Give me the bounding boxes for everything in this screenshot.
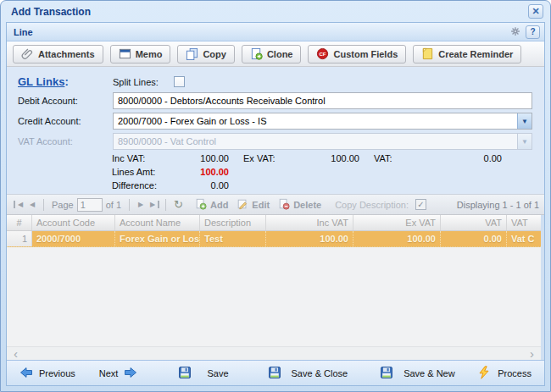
gl-links-colon: : — [64, 75, 68, 88]
save-button[interactable]: Save — [178, 366, 228, 381]
panel-title: Line — [14, 27, 508, 37]
grid-pager-toolbar: ◀ ◀ Page of 1 ▶ ▶ ↻ Add Edit Delete — [7, 194, 544, 215]
copy-icon — [186, 47, 198, 60]
help-button[interactable]: ? — [526, 25, 540, 39]
table-row-selected[interactable]: 1 2000/7000 Forex Gain or Loss Test 100.… — [7, 231, 541, 247]
ex-vat-cell: 100.00 — [353, 231, 441, 246]
edit-label: Edit — [252, 200, 270, 210]
refresh-icon[interactable]: ↻ — [174, 198, 183, 211]
delete-label: Delete — [293, 200, 321, 210]
dialog-close-button[interactable]: ✕ — [528, 4, 543, 19]
scroll-right-icon[interactable]: › — [530, 350, 534, 358]
memo-icon — [119, 47, 131, 60]
create-reminder-button[interactable]: Create Reminder — [413, 45, 521, 63]
save-floppy-icon — [268, 366, 281, 381]
previous-label: Previous — [39, 368, 75, 378]
last-page-button[interactable]: ▶ — [147, 201, 159, 208]
custom-fields-label: Custom Fields — [333, 49, 398, 59]
page-of-label: of 1 — [106, 200, 121, 210]
credit-account-label: Credit Account: — [18, 116, 113, 126]
clone-icon — [250, 47, 263, 60]
attachments-button[interactable]: Attachments — [13, 45, 103, 63]
first-page-button[interactable]: ◀ — [14, 201, 25, 208]
add-transaction-dialog: Add Transaction ✕ Line ? Attachments Mem… — [0, 0, 551, 392]
vat-cell: 0.00 — [441, 231, 507, 246]
chevron-down-icon-disabled: ▼ — [517, 134, 532, 149]
column-header-vat-type[interactable]: VAT — [507, 215, 541, 230]
help-icon: ? — [530, 27, 535, 36]
split-lines-label: Split Lines: — [113, 77, 165, 87]
delete-row-button[interactable]: Delete — [278, 198, 321, 212]
process-button[interactable]: Process — [477, 366, 532, 381]
save-close-label: Save & Close — [292, 368, 348, 378]
reminder-note-icon — [421, 47, 434, 60]
column-header-inc-vat[interactable]: Inc VAT — [266, 215, 353, 230]
chevron-down-icon[interactable]: ▼ — [517, 113, 532, 129]
copy-button[interactable]: Copy — [177, 45, 235, 63]
gl-links-link[interactable]: GL Links — [18, 75, 64, 88]
add-label: Add — [210, 200, 228, 210]
vat-type-cell: Vat C — [507, 231, 541, 246]
paperclip-icon — [21, 47, 34, 60]
copy-description-label: Copy Description: — [335, 200, 409, 210]
next-label: Next — [99, 368, 119, 378]
separator — [165, 199, 166, 211]
copy-label: Copy — [203, 49, 226, 59]
copy-description-checkbox[interactable]: ✓ — [415, 199, 426, 210]
process-label: Process — [498, 368, 532, 378]
column-header-description[interactable]: Description — [200, 215, 266, 230]
column-header-vat[interactable]: VAT — [441, 215, 507, 230]
add-icon — [195, 198, 207, 212]
lines-grid: # Account Code Account Name Description … — [7, 215, 544, 360]
column-header-ex-vat[interactable]: Ex VAT — [353, 215, 441, 230]
inc-vat-label: Inc VAT: — [112, 153, 164, 163]
page-number-input[interactable] — [77, 198, 103, 212]
add-row-button[interactable]: Add — [195, 198, 228, 212]
split-lines-checkbox[interactable] — [174, 76, 185, 87]
custom-fields-icon: CF — [316, 47, 329, 60]
column-header-num[interactable]: # — [7, 215, 32, 230]
check-icon: ✓ — [417, 200, 424, 209]
lightning-bolt-icon — [477, 366, 491, 381]
memo-label: Memo — [136, 49, 163, 59]
credit-account-combo[interactable]: 2000/7000 - Forex Gain or Loss - IS ▼ — [113, 113, 532, 130]
clone-label: Clone — [267, 49, 293, 59]
save-and-new-button[interactable]: Save & New — [380, 366, 455, 381]
next-page-button[interactable]: ▶ — [134, 201, 147, 208]
account-name-cell: Forex Gain or Loss — [115, 231, 200, 246]
save-new-label: Save & New — [404, 368, 455, 378]
top-toolbar: Attachments Memo Copy Clone CF Custom Fi… — [7, 41, 544, 67]
gear-button[interactable] — [508, 25, 522, 39]
column-header-account-name[interactable]: Account Name — [115, 215, 200, 230]
svg-text:CF: CF — [320, 51, 326, 57]
arrow-right-icon — [124, 366, 137, 381]
row-number-cell: 1 — [7, 231, 32, 246]
save-and-close-button[interactable]: Save & Close — [268, 366, 348, 381]
grid-empty-area — [7, 247, 541, 346]
gl-links-wrap: GL Links: — [18, 75, 113, 88]
delete-icon — [278, 198, 290, 212]
edit-row-button[interactable]: Edit — [237, 198, 270, 212]
custom-fields-button[interactable]: CF Custom Fields — [308, 45, 406, 63]
inc-vat-cell: 100.00 — [266, 231, 353, 246]
grid-header-row: # Account Code Account Name Description … — [7, 215, 541, 231]
ex-vat-label: Ex VAT: — [243, 153, 295, 163]
save-floppy-icon — [380, 366, 393, 381]
lines-amt-value: 100.00 — [164, 167, 229, 177]
save-label: Save — [207, 368, 228, 378]
clone-button[interactable]: Clone — [242, 45, 302, 63]
column-header-account-code[interactable]: Account Code — [32, 215, 115, 230]
next-button[interactable]: Next — [99, 366, 138, 381]
prev-page-button[interactable]: ◀ — [25, 201, 39, 208]
vat-value: 0.00 — [413, 153, 502, 163]
debit-account-field[interactable]: 8000/0000 - Debtors/Accounts Receivable … — [113, 92, 532, 109]
scroll-left-icon[interactable]: ‹ — [14, 350, 18, 358]
previous-button[interactable]: Previous — [19, 366, 75, 381]
gear-icon — [510, 25, 520, 40]
create-reminder-label: Create Reminder — [438, 49, 513, 59]
debit-account-label: Debit Account: — [18, 96, 113, 106]
memo-button[interactable]: Memo — [110, 45, 171, 63]
horizontal-scrollbar[interactable]: ‹ › — [7, 346, 541, 360]
separator — [43, 199, 44, 211]
dialog-title: Add Transaction — [11, 6, 528, 18]
